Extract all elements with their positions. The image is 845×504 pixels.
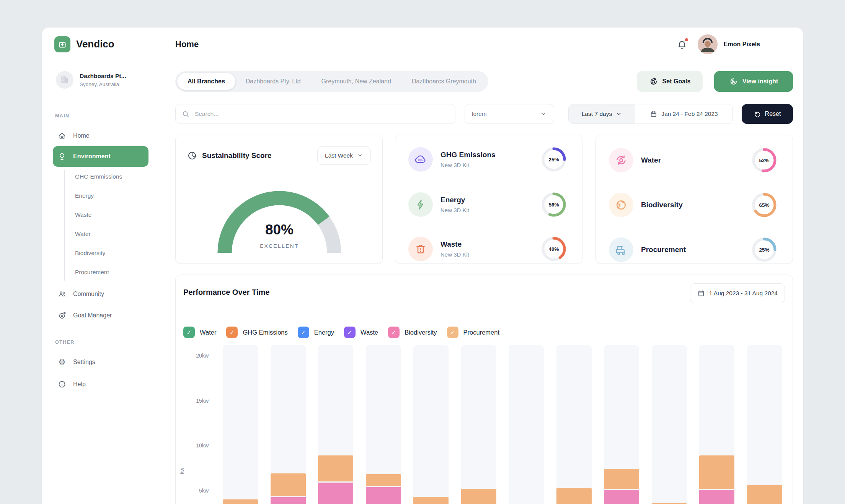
sidebar-item-settings[interactable]: ⚙ Settings (53, 353, 148, 371)
community-icon (58, 290, 66, 298)
sidebar-section-main: MAIN (55, 113, 70, 119)
chart-column (509, 345, 544, 504)
range-preset-select[interactable]: Last 7 days (569, 104, 635, 124)
sidebar-subitem-biodiversity[interactable]: Biodiversity (75, 247, 105, 260)
emissions-metrics-card: CO₂ GHG Emissions New 3D Kit 25% (395, 135, 582, 264)
view-insight-button[interactable]: View insight (714, 71, 793, 92)
notifications-button[interactable] (675, 38, 688, 51)
sidebar-item-goal-manager[interactable]: Goal Manager (53, 307, 148, 324)
app-window: Vendico Dazhboards Pt... Sydney, Austral… (42, 28, 803, 504)
set-goals-button[interactable]: Set Goals (637, 71, 703, 92)
metric-title: Procurement (641, 245, 686, 254)
progress-ring: 65% (751, 192, 777, 218)
chart-column (747, 345, 782, 504)
bar-segment-procurement (366, 474, 401, 486)
sidebar-item-community[interactable]: Community (53, 285, 148, 303)
sidebar-item-help[interactable]: Help (53, 376, 148, 393)
sidebar-item-label: Community (73, 291, 104, 298)
reset-button[interactable]: Reset (742, 104, 793, 124)
branch-tab-daztlboarcs-greymouth[interactable]: Daztlboarcs Greymouth (401, 73, 486, 90)
sidebar-subitem-waste[interactable]: Waste (75, 208, 91, 221)
bar-segment-procurement (223, 499, 258, 504)
sidebar-subitem-ghg-emmissions[interactable]: GHG Emmissions (75, 170, 122, 183)
chart-column (556, 345, 592, 504)
chart-column (461, 345, 496, 504)
pie-chart-icon (187, 151, 197, 161)
sidebar-subitem-procurement[interactable]: Procurement (75, 266, 109, 279)
bar-segment-procurement (699, 455, 734, 489)
co2-cloud-icon: CO₂ (408, 147, 433, 172)
sidebar-subitem-energy[interactable]: Energy (75, 189, 94, 202)
bar-segment-biodiversity (366, 487, 401, 504)
set-goals-target-icon (649, 77, 658, 86)
bar-segment-biodiversity (604, 490, 639, 504)
progress-ring: 40% (541, 236, 567, 262)
branch-tab-all-branches[interactable]: All Branches (177, 73, 235, 90)
branch-tab-dazhboards-pty-ltd[interactable]: Dazhboards Pty. Ltd (235, 73, 311, 90)
branch-tab-greymouth-nz[interactable]: Greymouth, New Zealand (311, 73, 401, 90)
bar-segment-procurement (556, 488, 592, 504)
metric-row-biodiversity: Biodiversity 65% (609, 193, 777, 217)
chart-column (604, 345, 639, 504)
chart-column (699, 345, 734, 504)
bar-segment-procurement (413, 497, 449, 504)
company-avatar (56, 71, 73, 89)
bar-segment-biodiversity (699, 490, 734, 504)
score-period-select[interactable]: Last Week (317, 146, 371, 165)
user-name: Emon Pixels (724, 41, 760, 48)
metric-title: Biodiversity (641, 201, 683, 209)
progress-ring: 52% (751, 147, 777, 173)
sidebar-item-home[interactable]: Home (53, 127, 148, 145)
bar-segment-procurement (604, 469, 639, 489)
company-location: Sydney, Australia. (80, 81, 126, 87)
user-menu[interactable]: Emon Pixels (698, 34, 760, 54)
sidebar-item-environment[interactable]: Environment (53, 146, 148, 167)
score-rating: EXCELLENT (214, 243, 344, 249)
notification-dot (685, 38, 688, 41)
progress-ring: 25% (541, 146, 567, 172)
sidebar-section-other: OTHER (55, 340, 75, 345)
page-title: Home (175, 39, 199, 49)
progress-ring: 25% (751, 237, 777, 263)
category-select[interactable]: lorem (465, 104, 554, 124)
date-range-value: Jan 24 - Feb 24 2023 (661, 111, 718, 117)
search-input[interactable] (194, 110, 449, 118)
sidebar: Vendico Dazhboards Pt... Sydney, Austral… (42, 28, 158, 504)
stacked-bar-chart (176, 275, 793, 504)
sidebar-subitem-water[interactable]: Water (75, 228, 91, 241)
metric-subtitle: New 3D Kit (440, 207, 469, 213)
user-avatar (698, 34, 718, 54)
branch-tabs: All Branches Dazhboards Pty. Ltd Greymou… (175, 71, 488, 92)
chart-column (223, 345, 258, 504)
bar-segment-procurement (271, 473, 306, 496)
insight-icon (729, 77, 738, 86)
globe-icon (609, 193, 633, 217)
svg-text:CO₂: CO₂ (418, 159, 424, 162)
chevron-down-icon (616, 111, 622, 117)
metric-row-waste: Waste New 3D Kit 40% (408, 237, 567, 261)
bar-segment-procurement (318, 455, 353, 481)
metric-row-procurement: Procurement 25% (609, 237, 777, 262)
metric-row-water: Water 52% (609, 148, 777, 172)
chart-column (318, 345, 353, 504)
range-preset-value: Last 7 days (582, 111, 612, 117)
date-range-widget: Last 7 days Jan 24 - Feb 24 2023 (568, 104, 733, 124)
info-icon (58, 380, 66, 389)
sidebar-item-label: Settings (73, 359, 95, 366)
brand-name: Vendico (76, 38, 114, 50)
bar-segment-biodiversity (271, 497, 306, 504)
card-title: Sustainability Score (202, 151, 272, 160)
water-cycle-icon (609, 148, 633, 172)
metric-title: Energy (440, 196, 469, 204)
sidebar-item-label: Help (73, 381, 86, 388)
chart-column (413, 345, 449, 504)
environment-metrics-card: Water 52% Biodiversity 65% (595, 135, 793, 264)
globe-stand-icon (58, 152, 66, 161)
chevron-down-icon (540, 111, 547, 117)
sustainability-score-card: Sustainability Score Last Week 80% EXCEL… (175, 135, 383, 264)
sidebar-item-label: Environment (73, 153, 111, 160)
company-switcher[interactable]: Dazhboards Pt... Sydney, Australia. (56, 71, 126, 89)
trash-bin-icon (408, 237, 433, 261)
date-range-picker[interactable]: Jan 24 - Feb 24 2023 (635, 104, 732, 124)
undo-icon (754, 111, 761, 118)
